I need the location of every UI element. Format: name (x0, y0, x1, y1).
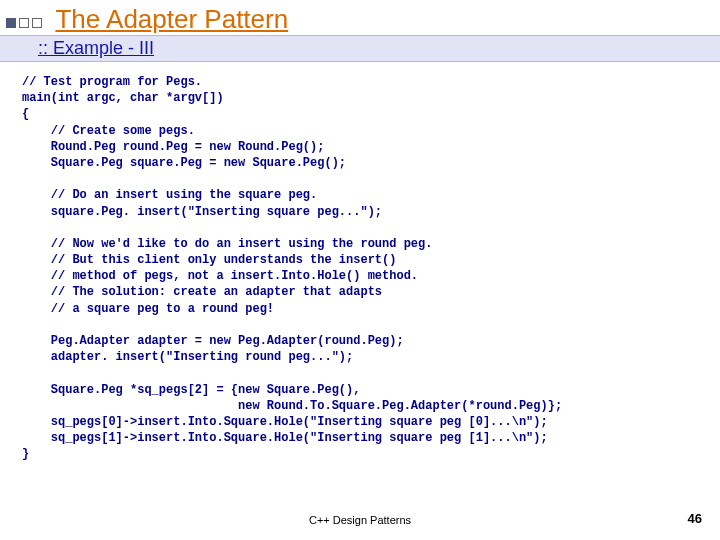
code-block: // Test program for Pegs. main(int argc,… (22, 74, 720, 463)
bullet-icon (32, 18, 42, 28)
bullet-icon (19, 18, 29, 28)
bullet-icon (6, 18, 16, 28)
page-number: 46 (688, 511, 702, 526)
slide-subtitle: :: Example - III (38, 38, 154, 58)
title-bullets (6, 14, 45, 32)
footer: C++ Design Patterns 46 (0, 514, 720, 526)
title-bar: The Adapter Pattern (0, 0, 720, 35)
subtitle-bar: :: Example - III (0, 35, 720, 62)
slide-title: The Adapter Pattern (55, 4, 288, 35)
footer-center: C++ Design Patterns (0, 514, 720, 526)
